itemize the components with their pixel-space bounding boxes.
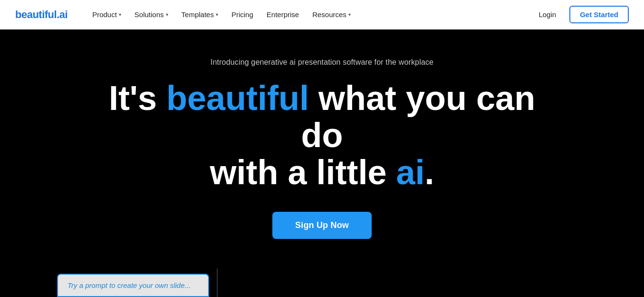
nav-item-product[interactable]: Product ▾ [87, 7, 127, 22]
navbar-right: Login Get Started [533, 6, 629, 23]
nav-item-resources[interactable]: Resources ▾ [307, 7, 356, 22]
nav-label-resources: Resources [312, 10, 346, 19]
chevron-down-icon: ▾ [348, 12, 351, 17]
nav-label-enterprise: Enterprise [267, 10, 299, 19]
chevron-down-icon: ▾ [216, 12, 218, 17]
nav-item-templates[interactable]: Templates ▾ [176, 7, 224, 22]
hero-bottom-bar: Try a prompt to create your own slide... [0, 268, 644, 297]
nav-label-solutions: Solutions [135, 10, 164, 19]
nav-item-solutions[interactable]: Solutions ▾ [129, 7, 174, 22]
hero-title: It's beautiful what you can do with a li… [108, 80, 536, 191]
navbar-left: beautiful.ai Product ▾ Solutions ▾ Templ… [15, 7, 356, 22]
hero-title-part2: what you can do [301, 79, 536, 154]
nav-item-pricing[interactable]: Pricing [226, 7, 259, 22]
get-started-button[interactable]: Get Started [569, 6, 629, 23]
navbar: beautiful.ai Product ▾ Solutions ▾ Templ… [0, 0, 644, 30]
hero-title-part3: with a little [210, 153, 396, 191]
divider-line [217, 268, 218, 297]
nav-label-pricing: Pricing [231, 10, 253, 19]
hero-title-blue2: ai [396, 153, 424, 191]
login-button[interactable]: Login [533, 7, 562, 22]
chevron-down-icon: ▾ [166, 12, 168, 17]
chevron-down-icon: ▾ [119, 12, 121, 17]
hero-title-part1: It's [109, 79, 166, 117]
nav-label-product: Product [92, 10, 117, 19]
logo-main-text: beautiful [15, 9, 57, 20]
prompt-hint-box[interactable]: Try a prompt to create your own slide... [57, 274, 209, 297]
navbar-nav: Product ▾ Solutions ▾ Templates ▾ Pricin… [87, 7, 356, 22]
signup-button[interactable]: Sign Up Now [272, 212, 372, 239]
logo[interactable]: beautiful.ai [15, 9, 67, 21]
hero-title-blue1: beautiful [166, 79, 309, 117]
nav-item-enterprise[interactable]: Enterprise [261, 7, 305, 22]
nav-label-templates: Templates [182, 10, 214, 19]
logo-accent-text: .ai [57, 9, 67, 20]
hero-subtitle: Introducing generative ai presentation s… [211, 58, 433, 67]
hero-section: Introducing generative ai presentation s… [0, 30, 644, 297]
hero-title-part4: . [425, 153, 434, 191]
